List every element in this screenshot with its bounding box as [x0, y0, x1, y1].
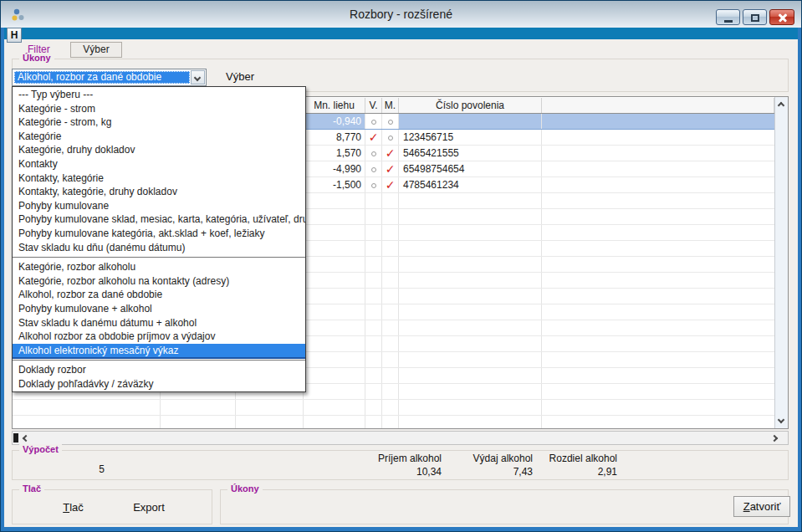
- minimize-button[interactable]: [716, 9, 740, 25]
- dropdown-item[interactable]: Stav skladu k danému dátumu + alkohol: [13, 316, 305, 330]
- report-type-dropdown-list: --- Typ výberu ---Kategórie - stromKateg…: [12, 86, 306, 392]
- grid-cell: ✓: [382, 146, 399, 161]
- report-type-combobox[interactable]: Alkohol, rozbor za dané obdobie: [12, 69, 207, 86]
- h-button[interactable]: H: [7, 28, 22, 43]
- column-header-cislo-povolenia[interactable]: Číslo povolenia: [399, 98, 542, 113]
- grid-cell: [304, 304, 365, 320]
- tab-vyber[interactable]: Výber: [70, 42, 122, 58]
- grid-cell: [542, 146, 774, 161]
- grid-cell: [13, 400, 161, 415]
- grid-cell: [399, 114, 542, 129]
- dropdown-item[interactable]: Kontakty, kategórie: [13, 171, 305, 186]
- grid-cell: [399, 241, 542, 256]
- grid-cell: [399, 336, 542, 351]
- ukony-footer-group-label: Úkony: [227, 483, 263, 494]
- app-window: Rozbory - rozšírené H Filter Výber Úkony…: [0, 0, 802, 532]
- grid-cell: [236, 400, 304, 415]
- dropdown-item[interactable]: Pohyby kumulovane + alkohol: [13, 302, 305, 316]
- dropdown-item[interactable]: Kontakty, kategórie, druhy dokladov: [13, 185, 305, 199]
- grid-cell: [399, 289, 542, 304]
- grid-cell: [304, 209, 365, 224]
- dropdown-item[interactable]: Kategórie - strom: [13, 102, 305, 116]
- chevron-down-icon: [194, 74, 201, 81]
- column-header-v[interactable]: V.: [365, 98, 382, 113]
- close-button[interactable]: [769, 9, 794, 25]
- scrollbar-thumb[interactable]: [13, 433, 18, 442]
- print-button[interactable]: Tlač: [50, 501, 96, 514]
- grid-cell: [365, 304, 382, 320]
- vyber-label: Výber: [226, 70, 254, 83]
- dropdown-item[interactable]: --- Typ výberu ---: [13, 88, 305, 102]
- zatvorit-button[interactable]: Zatvoriť: [733, 496, 790, 517]
- scroll-up-icon[interactable]: [778, 102, 784, 109]
- grid-cell: [365, 289, 382, 304]
- grid-cell: [382, 384, 399, 399]
- grid-cell: [542, 384, 774, 399]
- grid-cell: [382, 416, 399, 428]
- dropdown-item[interactable]: Pohyby kumulovane sklad, mesiac, karta, …: [13, 212, 305, 227]
- dropdown-item[interactable]: Doklady pohľadávky / záväzky: [13, 377, 305, 391]
- grid-cell: [304, 320, 365, 335]
- dropdown-item[interactable]: Kategórie, druhy dokladov: [13, 143, 305, 157]
- grid-cell: [304, 368, 365, 383]
- table-row-empty[interactable]: [13, 400, 774, 416]
- grid-cell: 65498754654: [399, 161, 542, 176]
- dropdown-item[interactable]: Kategórie - strom, kg: [13, 115, 305, 130]
- circle-icon: [371, 167, 376, 172]
- grid-cell: [161, 400, 236, 415]
- dropdown-item[interactable]: Pohyby kumulovane: [13, 199, 305, 213]
- column-header-mn-liehu[interactable]: Mn. liehu: [304, 98, 365, 113]
- grid-cell: [365, 161, 382, 176]
- window-title: Rozbory - rozšírené: [1, 1, 801, 28]
- scroll-left-icon[interactable]: [23, 435, 29, 442]
- grid-cell: [542, 273, 774, 288]
- grid-cell: -0,940: [304, 114, 365, 129]
- grid-cell: -1,500: [304, 177, 365, 192]
- grid-cell: [365, 193, 382, 208]
- stat-rozdiel-alkohol: Rozdiel alkohol 2,91: [500, 453, 617, 478]
- grid-cell: [365, 336, 382, 351]
- maximize-button[interactable]: [743, 9, 767, 25]
- dropdown-item[interactable]: Doklady rozbor: [13, 363, 305, 377]
- grid-cell: [365, 241, 382, 256]
- grid-cell: [399, 193, 542, 208]
- grid-cell: [382, 368, 399, 383]
- grid-cell: [542, 320, 774, 335]
- horizontal-scrollbar[interactable]: [12, 431, 789, 445]
- grid-cell: [542, 400, 774, 415]
- dropdown-item[interactable]: Pohyby kumulovane kategória, akt.sklad +…: [13, 227, 305, 241]
- grid-cell: 5465421555: [399, 146, 542, 161]
- grid-cell: [304, 416, 365, 428]
- dropdown-separator: [13, 357, 305, 363]
- combobox-dropdown-button[interactable]: [191, 70, 205, 84]
- dropdown-item[interactable]: Alkohol rozbor za obdobie príjmov a výda…: [13, 330, 305, 344]
- vertical-scrollbar[interactable]: [774, 97, 788, 428]
- grid-cell: ✓: [382, 177, 399, 192]
- title-bar: Rozbory - rozšírené: [1, 1, 801, 28]
- scroll-down-icon[interactable]: [778, 417, 784, 423]
- grid-cell: [399, 273, 542, 288]
- grid-cell: [542, 368, 774, 383]
- table-row-empty[interactable]: [13, 416, 774, 428]
- dropdown-item-selected[interactable]: Alkohol elektronický mesačný výkaz: [13, 344, 305, 358]
- circle-icon: [371, 120, 376, 125]
- grid-cell: [399, 400, 542, 415]
- grid-header-cell: [542, 98, 774, 113]
- grid-cell: [542, 130, 774, 145]
- dropdown-item[interactable]: Kategórie, rozbor alkoholu na kontakty (…: [13, 274, 305, 289]
- dropdown-item[interactable]: Stav skladu ku dňu (danému dátumu): [13, 241, 305, 255]
- dropdown-item[interactable]: Alkohol, rozbor za dané obdobie: [13, 288, 305, 302]
- scroll-right-icon[interactable]: [771, 435, 778, 442]
- grid-cell: [542, 161, 774, 176]
- dropdown-item[interactable]: Kontakty: [13, 157, 305, 171]
- dropdown-item[interactable]: Kategórie, rozbor alkoholu: [13, 260, 305, 274]
- grid-cell: [399, 352, 542, 367]
- circle-icon: [371, 151, 376, 156]
- grid-cell: 8,770: [304, 130, 365, 145]
- grid-cell: 1,570: [304, 146, 365, 161]
- column-header-m[interactable]: M.: [382, 98, 399, 113]
- dropdown-item[interactable]: Kategórie: [13, 130, 305, 144]
- grid-cell: [365, 400, 382, 415]
- check-icon: ✓: [369, 130, 379, 144]
- export-button[interactable]: Export: [120, 501, 178, 514]
